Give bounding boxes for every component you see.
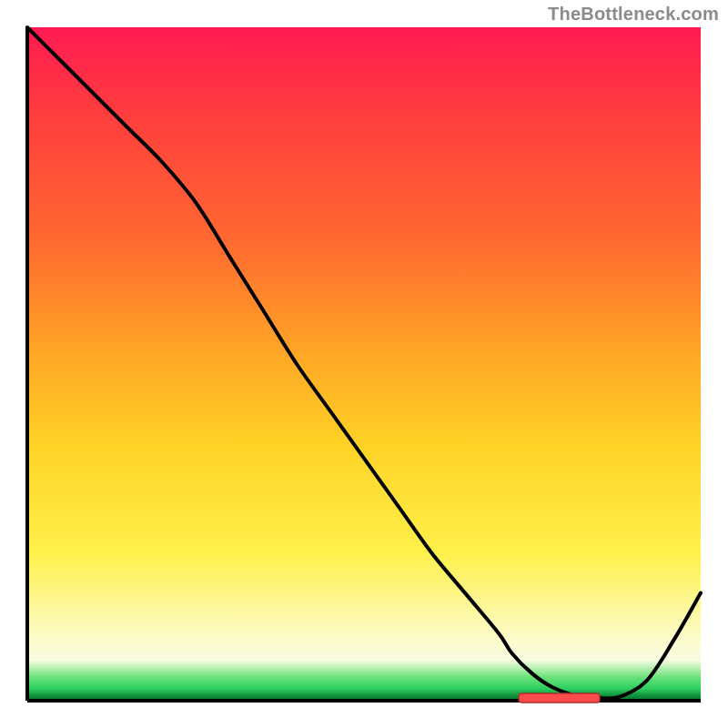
svg-rect-2 bbox=[519, 693, 600, 703]
optimum-marker bbox=[27, 27, 701, 701]
chart-root: TheBottleneck.com bbox=[0, 0, 728, 728]
attribution-label: TheBottleneck.com bbox=[548, 4, 719, 25]
plot-area bbox=[27, 27, 701, 701]
